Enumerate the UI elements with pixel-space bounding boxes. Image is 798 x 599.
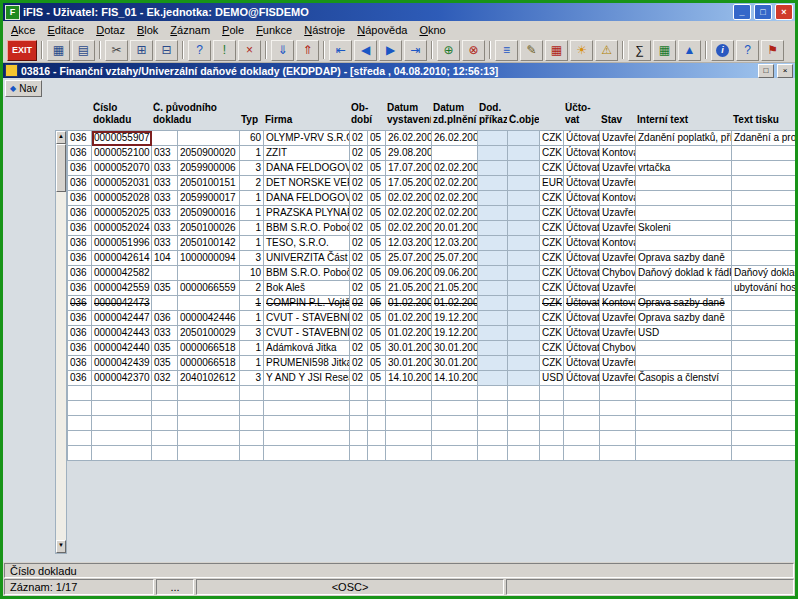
table-cell[interactable]: 036 [68,146,92,161]
table-cell[interactable]: 036 [68,176,92,191]
table-cell[interactable]: 21.05.2006 [432,281,478,296]
menu-item-akce[interactable]: Akce [5,23,41,37]
table-cell[interactable]: Účtovat [564,176,600,191]
table-cell[interactable]: 05 [368,296,386,311]
table-cell[interactable]: 033 [152,236,178,251]
table-cell[interactable]: 1 [240,296,264,311]
table-cell[interactable]: 033 [152,206,178,221]
table-cell[interactable]: 3 [240,371,264,386]
table-cell[interactable]: 2050100142 [178,236,240,251]
table-cell[interactable]: 02.02.2005 [432,176,478,191]
table-cell[interactable]: Uzavřen [600,251,636,266]
table-cell[interactable]: 035 [152,281,178,296]
table-cell[interactable] [508,326,540,341]
mdi-close-button[interactable]: × [777,64,793,78]
table-cell[interactable]: 30.01.2006 [432,356,478,371]
table-row[interactable]: 036000005202403320501000261BBM S.R.O. Po… [68,221,795,236]
minimize-button[interactable]: _ [733,4,751,20]
table-cell[interactable]: 033 [152,161,178,176]
table-cell[interactable]: Účtovat [564,206,600,221]
table-cell[interactable] [478,356,508,371]
table-cell[interactable]: DANA FELDOGOVÁ [264,191,350,206]
table-cell[interactable] [636,401,732,416]
table-cell[interactable] [152,431,178,446]
table-cell[interactable]: PRAZSKA PLYNAŘE [264,206,350,221]
next-record-icon[interactable]: ▶ [379,40,402,61]
table-cell[interactable] [540,401,564,416]
table-cell[interactable]: 0000042440 [92,341,152,356]
table-cell[interactable]: Účtovat [564,371,600,386]
table-cell[interactable] [478,416,508,431]
table-cell[interactable] [152,296,178,311]
table-cell[interactable]: 05 [368,236,386,251]
table-cell[interactable]: 01.02.2006 [386,326,432,341]
table-cell[interactable]: Účtovat [564,326,600,341]
table-cell[interactable]: Uzavřen [600,221,636,236]
table-cell[interactable]: 09.06.2006 [432,266,478,281]
table-cell[interactable]: 05 [368,146,386,161]
table-cell[interactable] [432,446,478,461]
table-cell[interactable]: 0000052100 [92,146,152,161]
table-cell[interactable] [178,401,240,416]
chart-icon[interactable]: ▲ [678,40,701,61]
info-icon[interactable]: i [711,40,734,61]
menu-item-okno[interactable]: Okno [413,23,451,37]
table-cell[interactable]: ubytování hostů [732,281,795,296]
table-cell[interactable]: 10 [240,266,264,281]
table-cell[interactable]: COMPIN P.L. Vojtěc [264,296,350,311]
table-cell[interactable]: Uzavřen [600,131,636,146]
table-cell[interactable] [478,371,508,386]
table-cell[interactable] [636,236,732,251]
table-cell[interactable] [600,416,636,431]
table-cell[interactable] [636,341,732,356]
table-cell[interactable]: 02 [350,251,368,266]
table-cell[interactable]: 05 [368,191,386,206]
table-cell[interactable] [68,386,92,401]
table-cell[interactable]: 30.01.2006 [386,341,432,356]
table-cell[interactable]: 02.02.2005 [432,161,478,176]
table-cell[interactable] [240,401,264,416]
table-cell[interactable] [478,191,508,206]
table-cell[interactable] [386,431,432,446]
title-bar[interactable]: F iFIS - Uživatel: FIS_01 - Ek.jednotka:… [3,3,795,21]
table-cell[interactable]: 60 [240,131,264,146]
table-cell[interactable] [350,416,368,431]
table-cell[interactable]: 1 [240,341,264,356]
table-cell[interactable]: Chybový [600,266,636,281]
table-cell[interactable]: 0000042473 [92,296,152,311]
table-cell[interactable]: 26.02.2008 [432,131,478,146]
table-cell[interactable] [350,401,368,416]
table-cell[interactable] [478,266,508,281]
table-cell[interactable]: 02.02.2005 [386,206,432,221]
table-cell[interactable] [732,446,795,461]
table-cell[interactable]: 0000042582 [92,266,152,281]
table-cell[interactable]: 05 [368,311,386,326]
flag-icon[interactable]: ⚑ [761,40,784,61]
table-cell[interactable] [732,401,795,416]
sun-icon[interactable]: ☀ [570,40,593,61]
table-cell[interactable] [508,416,540,431]
table-cell[interactable]: 033 [152,191,178,206]
table-cell[interactable]: 05 [368,371,386,386]
table-cell[interactable]: Skoleni [636,221,732,236]
table-cell[interactable] [636,431,732,446]
table-cell[interactable] [732,431,795,446]
table-cell[interactable]: 02 [350,206,368,221]
table-cell[interactable] [432,416,478,431]
table-cell[interactable]: 17.05.2007 [386,176,432,191]
table-cell[interactable]: 0000042447 [92,311,152,326]
table-cell[interactable]: 1 [240,221,264,236]
table-cell[interactable]: 1 [240,146,264,161]
table-cell[interactable]: 02 [350,191,368,206]
table-cell[interactable] [508,251,540,266]
table-cell[interactable] [478,296,508,311]
list-of-values-icon[interactable]: ≡ [495,40,518,61]
table-cell[interactable]: Kontová [600,191,636,206]
table-cell[interactable] [478,446,508,461]
table-cell[interactable]: 02 [350,296,368,311]
empty-row[interactable] [68,431,795,446]
table-row[interactable]: 036000004255903500000665592Bok Aleš02052… [68,281,795,296]
table-cell[interactable]: 17.07.2007 [386,161,432,176]
table-cell[interactable] [478,281,508,296]
table-cell[interactable]: CZK [540,296,564,311]
